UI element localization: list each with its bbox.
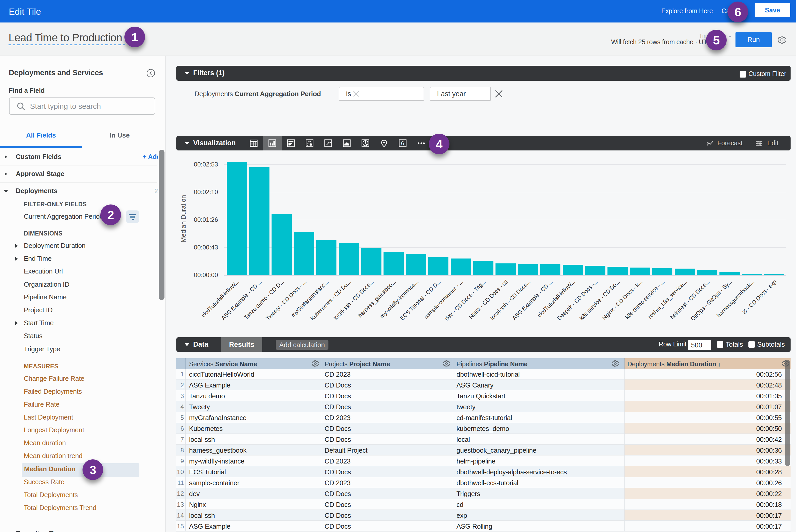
svg-text:6: 6 <box>401 140 405 147</box>
